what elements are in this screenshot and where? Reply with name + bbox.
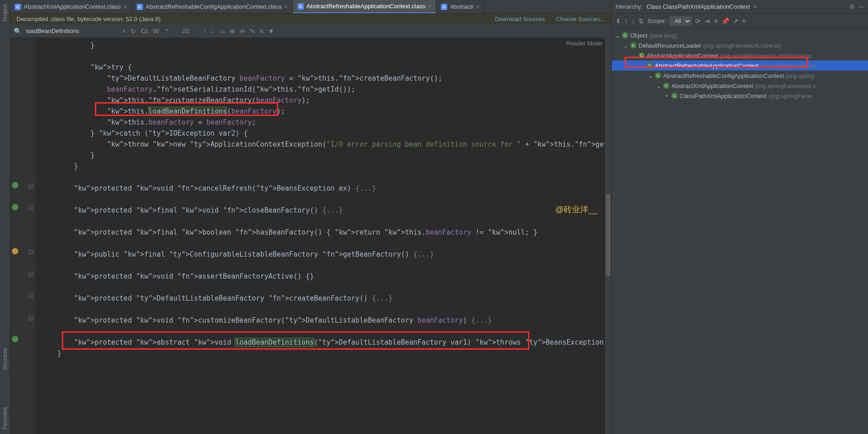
class-icon: C	[671, 93, 678, 99]
remove-selection-icon[interactable]: ⊖	[240, 27, 245, 35]
prev-match-icon[interactable]: ↑	[203, 27, 207, 35]
clear-search-icon[interactable]: ×	[122, 27, 126, 35]
tree-node[interactable]: ⌄ C Object (java.lang)	[612, 30, 868, 40]
decompiled-banner: Decompiled .class file, bytecode version…	[10, 14, 611, 24]
editor-tab[interactable]: C AbstractXmlApplicationContext.class ×	[10, 0, 132, 13]
close-icon[interactable]: ×	[742, 17, 746, 25]
class-file-icon: C	[441, 4, 447, 10]
code-line	[41, 216, 605, 227]
tree-node[interactable]: ⌄ C AbstractRefreshableConfigApplication…	[612, 71, 868, 81]
expand-arrow-icon[interactable]: ⌄	[639, 62, 645, 69]
expand-arrow-icon[interactable]: ⌄	[648, 72, 653, 79]
scrollbar-thumb[interactable]	[606, 194, 610, 276]
implements-gutter-icon[interactable]	[12, 248, 18, 254]
select-all-icon[interactable]: ▭	[219, 27, 225, 35]
tree-node[interactable]: ⌄ C AbstractXmlApplicationContext (org.s…	[612, 81, 868, 91]
favorites-tool-button[interactable]: Favorites	[2, 407, 8, 429]
hierarchy-toolbar: ⇞ ↑ ↓ ⇅ Scope: All ⟳ ⇥ ≡ 📌 ↗ ×	[612, 14, 868, 28]
search-history-icon[interactable]: ↻	[131, 27, 136, 35]
hierarchy-title: Hierarchy:	[615, 3, 643, 10]
fold-toggle[interactable]: +	[28, 272, 33, 276]
class-icon: C	[663, 82, 670, 89]
fold-toggle[interactable]: +	[28, 206, 33, 210]
whole-word-toggle[interactable]: W	[153, 27, 159, 35]
tab-label: Abstract/	[450, 3, 473, 10]
reader-mode-label[interactable]: Reader Mode	[566, 40, 602, 47]
close-tab-icon[interactable]: ×	[285, 4, 288, 10]
pin-icon[interactable]: 📌	[721, 17, 729, 25]
editor-tab[interactable]: C AbstractRefreshableApplicationContext.…	[293, 0, 436, 13]
class-icon: C	[647, 62, 653, 69]
hierarchy-class-link[interactable]: Class ClassPathXmlApplicationContext	[646, 3, 750, 10]
hierarchy-tree: ⌄ C Object (java.lang)⌄ C DefaultResourc…	[612, 28, 868, 434]
project-tool-button[interactable]: Project	[2, 5, 8, 22]
code-content[interactable]: } "kw">try { "ty">DefaultListableBeanFac…	[35, 38, 605, 434]
close-tab-icon[interactable]: ×	[124, 4, 127, 10]
override-gutter-icon[interactable]	[12, 182, 18, 188]
code-line	[41, 260, 605, 271]
override-gutter-icon[interactable]	[12, 336, 18, 342]
search-input[interactable]	[26, 27, 118, 34]
expand-arrow-icon[interactable]: •	[664, 93, 670, 99]
editor-scrollbar[interactable]	[605, 38, 611, 434]
fold-toggle[interactable]: +	[28, 250, 33, 254]
expand-arrow-icon[interactable]: ⌄	[631, 52, 637, 59]
match-case-toggle[interactable]: Cc	[141, 27, 148, 35]
tree-node-name: AbstractRefreshableConfigApplicationCont…	[663, 72, 784, 79]
code-line: }	[41, 150, 605, 161]
fold-toggle[interactable]: +	[28, 294, 33, 298]
tree-node-name: Object	[630, 32, 648, 39]
tree-node-package: (org.springframework.context.supp	[720, 52, 812, 59]
refresh-icon[interactable]: ⟳	[695, 17, 701, 25]
tab-label: AbstractRefreshableApplicationContext.cl…	[307, 3, 425, 10]
expand-arrow-icon[interactable]: ⌄	[615, 32, 620, 39]
code-line: "kw">public "kw">final "ty">Configurable…	[41, 249, 605, 260]
code-line	[41, 282, 605, 293]
add-selection-icon[interactable]: ⊕	[230, 27, 235, 35]
class-icon: C	[622, 32, 628, 38]
fold-toggle[interactable]: +	[28, 184, 33, 188]
code-line: "kw">this.loadBeanDefinitions(beanFactor…	[41, 106, 605, 117]
gear-icon[interactable]: ⚙	[849, 3, 855, 10]
tree-node[interactable]: ⌄ C DefaultResourceLoader (org.springfra…	[612, 40, 868, 50]
override-gutter-icon[interactable]	[12, 204, 18, 210]
next-match-icon[interactable]: ↓	[211, 27, 214, 35]
class-hierarchy-icon[interactable]: ⇞	[615, 17, 621, 25]
export-icon[interactable]: ↗	[733, 17, 738, 25]
structure-tool-button[interactable]: Structure	[2, 348, 8, 370]
filter-icon[interactable]: ≡	[260, 27, 264, 35]
tree-node-package: (java.lang)	[649, 32, 677, 39]
funnel-icon[interactable]: ▼	[268, 27, 275, 35]
tree-node[interactable]: ⌄ C AbstractRefreshableApplicationContex…	[612, 60, 868, 71]
regex-toggle[interactable]: .*	[164, 27, 168, 35]
tree-node-package: (org.springframework.core.io)	[703, 42, 781, 49]
expand-arrow-icon[interactable]: ⌄	[656, 82, 661, 89]
code-line: "kw">this.beanFactory = beanFactory;	[41, 117, 605, 128]
subtypes-icon[interactable]: ↓	[632, 17, 635, 25]
class-file-icon: C	[297, 3, 304, 10]
autoscroll-icon[interactable]: ⇥	[704, 17, 710, 25]
class-icon: C	[630, 42, 637, 49]
expand-arrow-icon[interactable]: ⌄	[623, 42, 628, 49]
code-line: "kw">protected "kw">final "kw">void "fn"…	[41, 205, 605, 216]
class-icon: C	[638, 52, 645, 59]
download-sources-link[interactable]: Download Sources	[495, 16, 545, 22]
close-tab-icon[interactable]: ×	[428, 3, 431, 10]
expand-all-icon[interactable]: ≡	[714, 17, 717, 25]
editor-tab[interactable]: C AbstractRefreshableConfigApplicationCo…	[132, 0, 293, 13]
toggle-selection-icon[interactable]: ✎	[250, 27, 255, 35]
code-line: beanFactory."fn">setSerializationId("kw"…	[41, 84, 605, 95]
close-tab-icon[interactable]: ×	[476, 4, 479, 10]
code-line: "kw">try {	[41, 62, 605, 73]
hide-icon[interactable]: —	[858, 3, 864, 10]
editor-tab[interactable]: C Abstract/ ×	[436, 0, 484, 13]
fold-toggle[interactable]: +	[28, 316, 33, 320]
choose-sources-link[interactable]: Choose Sources...	[556, 16, 605, 22]
tree-node[interactable]: • C ClassPathXmlApplicationContext (org.…	[612, 91, 868, 101]
tree-node[interactable]: ⌄ C AbstractApplicationContext (org.spri…	[612, 50, 868, 60]
scope-select[interactable]: All	[670, 16, 692, 26]
supertypes-icon[interactable]: ↑	[625, 17, 628, 25]
code-editor[interactable]: + + + + + + } "kw">try { "ty">DefaultLis…	[10, 38, 611, 434]
search-icon: 🔍	[14, 27, 22, 35]
sort-icon[interactable]: ⇅	[638, 17, 644, 25]
